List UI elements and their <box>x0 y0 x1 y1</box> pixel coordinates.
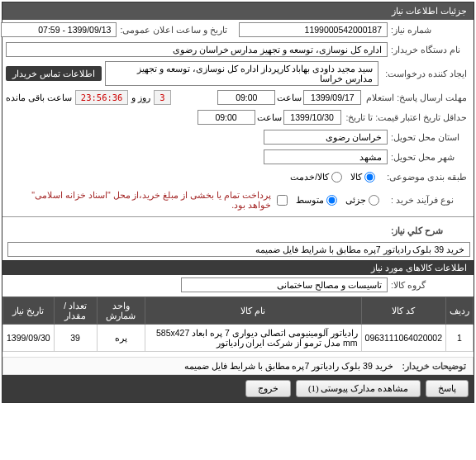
deadline-date: 1399/09/17 <box>303 90 361 105</box>
th-unit: واحد شمارش <box>97 297 145 325</box>
cell-name: رادیاتور آلومینیومی اتصالی دیواری 7 پره … <box>145 325 361 352</box>
process-low-label: جزئی <box>345 195 366 205</box>
payment-note-option[interactable]: پرداخت تمام یا بخشی از مبلغ خرید،از محل … <box>6 188 288 211</box>
remaining-time: 23:56:36 <box>75 90 129 105</box>
category-goods-radio[interactable] <box>364 172 375 183</box>
province-value: خراسان رضوی <box>264 130 388 145</box>
cell-unit: پره <box>97 325 145 352</box>
summary-label: شرح کلي نياز: <box>388 224 470 237</box>
category-goods-option[interactable]: کالا <box>350 172 375 183</box>
th-date: تاریخ نیاز <box>3 297 55 325</box>
process-label: نوع فرآیند خرید : <box>388 193 470 206</box>
table-row[interactable]: 1 0963111064020002 رادیاتور آلومینیومی ا… <box>3 325 474 352</box>
category-label: طبقه بندی موضوعی: <box>383 170 470 183</box>
validity-date: 1399/10/30 <box>283 110 341 125</box>
city-value: مشهد <box>264 149 388 164</box>
validity-hour-label: ساعت <box>257 112 282 123</box>
goods-section-header: اطلاعات کالاهای مورد نیاز <box>2 260 474 275</box>
process-mid-radio[interactable] <box>326 195 337 206</box>
deadline-label: مهلت ارسال پاسخ: استعلام <box>363 91 470 104</box>
category-service-radio[interactable] <box>331 172 342 183</box>
contact-buyer-button[interactable]: اطلاعات تماس خریدار <box>6 66 102 81</box>
th-row: ردیف <box>446 297 474 325</box>
th-name: نام کالا <box>145 297 361 325</box>
remaining-label: ساعت باقی مانده <box>6 92 72 102</box>
process-mid-label: متوسط <box>296 195 324 205</box>
remaining-days: 3 <box>154 90 170 105</box>
cell-row: 1 <box>446 325 474 352</box>
panel-title: جزئیات اطلاعات نیاز <box>2 2 474 20</box>
group-value: تاسیسات و مصالح ساختمانی <box>181 277 388 292</box>
announce-label: تاریخ و ساعت اعلان عمومی: <box>117 23 231 36</box>
creator-value: سید مجید داودی بهاباد کارپرداز اداره کل … <box>105 61 378 86</box>
process-low-radio[interactable] <box>369 195 379 206</box>
province-label: استان محل تحویل: <box>388 130 470 144</box>
goods-table: ردیف کد کالا نام کالا واحد شمارش تعداد /… <box>2 296 474 352</box>
deadline-hour-label: ساعت <box>277 92 302 103</box>
validity-label: حداقل تاریخ اعتبار قیمت: تا تاریخ: <box>343 111 470 124</box>
process-low-option[interactable]: جزئی <box>345 195 379 206</box>
buyer-org-label: نام دستگاه خریدار: <box>388 43 470 56</box>
buyer-desc-value: خرید 39 بلوک رادیاتور 7پره مطابق با شرای… <box>184 361 393 371</box>
category-service-option[interactable]: کالا/خدمت <box>290 172 342 183</box>
deadline-hour: 09:00 <box>217 90 275 105</box>
payment-note: پرداخت تمام یا بخشی از مبلغ خرید،از محل … <box>6 188 274 211</box>
process-mid-option[interactable]: متوسط <box>296 195 337 206</box>
announce-value: 1399/09/13 - 07:59 <box>1 22 117 37</box>
reply-button[interactable]: پاسخ <box>426 380 469 397</box>
category-service-label: کالا/خدمت <box>290 172 329 182</box>
payment-note-checkbox[interactable] <box>277 195 288 206</box>
exit-button[interactable]: خروج <box>245 380 291 397</box>
cell-date: 1399/09/30 <box>3 325 55 352</box>
group-label: گروه کالا: <box>388 278 470 292</box>
need-number-value: 1199000542000187 <box>239 22 388 37</box>
category-goods-label: کالا <box>350 172 362 182</box>
city-label: شهر محل تحویل: <box>388 150 470 164</box>
attachments-button[interactable]: مشاهده مدارک پیوستی (1) <box>296 380 421 397</box>
th-code: کد کالا <box>361 297 445 325</box>
th-qty: تعداد / مقدار <box>54 297 97 325</box>
remaining-days-label: روز و <box>131 92 150 102</box>
cell-code: 0963111064020002 <box>361 325 445 352</box>
buyer-org-value: اداره کل نوسازی، توسعه و تجهیز مدارس خرا… <box>6 42 388 57</box>
need-number-label: شماره نیاز: <box>388 23 470 36</box>
validity-hour: 09:00 <box>198 110 255 125</box>
cell-qty: 39 <box>54 325 97 352</box>
summary-value: خرید 39 بلوک رادیاتور 7پره مطابق با شرای… <box>7 242 470 257</box>
creator-label: ایجاد کننده درخواست: <box>382 67 470 80</box>
buyer-desc-label: توضیحات خریدار: <box>396 361 466 371</box>
